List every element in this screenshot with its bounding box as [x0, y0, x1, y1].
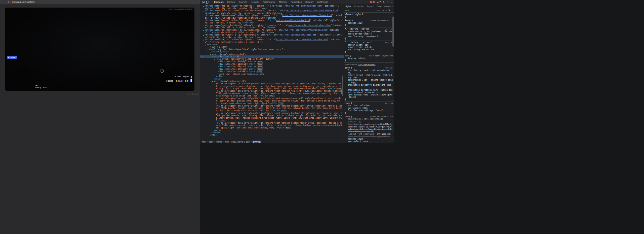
tab-security[interactable]: Security — [304, 0, 315, 4]
tab-elements[interactable]: Elements — [212, 0, 225, 4]
flex-badge[interactable]: flex — [285, 127, 291, 129]
more-menu-icon[interactable]: ⋮ — [386, 1, 389, 4]
dom-line[interactable]: </div> — [200, 78, 344, 80]
breadcrumb-item[interactable]: body — [208, 141, 214, 143]
css-declaration[interactable]: overflow: ▶hidden !important; — [345, 143, 393, 143]
tab-performance[interactable]: Performance — [261, 0, 277, 4]
flex-badge[interactable]: flex — [269, 95, 275, 97]
rule-selector[interactable]: *, ::before, ::after { — [345, 41, 372, 44]
tab-layout[interactable]: Layout — [366, 4, 375, 8]
device-toolbar-icon[interactable] — [206, 1, 209, 3]
stylesheet-link[interactable]: <style> — [385, 41, 393, 44]
dom-line[interactable]: <div class="css-16gmj06"></div>flex — [200, 63, 344, 65]
more-tabs-icon[interactable]: » — [392, 5, 393, 7]
flex-badge[interactable]: flex — [220, 120, 226, 122]
dom-line[interactable]: </div> — [200, 129, 344, 132]
tab-memory[interactable]: Memory — [277, 0, 289, 4]
dom-line[interactable]: ▼#document — [200, 44, 344, 46]
expand-icon[interactable]: ▶ — [202, 15, 205, 17]
site-info-icon[interactable] — [8, 1, 10, 3]
css-declaration[interactable]: border-style: solid; — [345, 46, 393, 49]
settings-icon[interactable]: ⚙ — [382, 1, 385, 4]
css-declaration[interactable]: display: block; — [345, 57, 393, 60]
css-declaration[interactable]: position: relative; — [345, 105, 393, 107]
rule-selector[interactable]: body { — [345, 102, 352, 105]
inherited-target-link[interactable]: body.chakra-ui-dark — [358, 63, 376, 65]
dom-line[interactable]: <div class="css-na8a98"></div>flex — [200, 71, 344, 73]
dom-line[interactable]: ▼<div style="visibility: visible; height… — [200, 58, 344, 60]
rule-selector[interactable]: body { — [345, 67, 352, 69]
url-text[interactable]: nui://game/ui/root.html — [12, 1, 34, 3]
dom-line[interactable]: <ul role="region" aria-live="polite" id=… — [200, 105, 344, 112]
css-declaration[interactable]: margin: ▶0; — [345, 121, 393, 123]
flex-badge[interactable]: flex — [256, 71, 262, 73]
dom-line[interactable]: ▼<html lang="en" data-theme="dark" style… — [200, 48, 344, 51]
css-declaration[interactable]: transition-property: background-color; — [345, 84, 393, 89]
inspect-icon[interactable] — [202, 1, 205, 3]
dom-line[interactable]: <!DOCTYPE html> — [200, 46, 344, 48]
expand-icon[interactable]: ▶ — [202, 29, 205, 32]
toggle-hov[interactable]: :hov — [376, 9, 380, 12]
css-declaration[interactable]: height: 100%; — [345, 22, 393, 24]
css-declaration[interactable]: transition-duration: var(--chakra-transi… — [345, 89, 393, 94]
expand-value-icon[interactable]: ▶ — [362, 79, 363, 81]
expand-value-icon[interactable]: ▶ — [360, 143, 361, 143]
stylesheet-link[interactable]: <style> — [385, 102, 393, 105]
css-declaration[interactable]: overflow-wrap: break-word; — [345, 35, 393, 38]
dom-line[interactable]: <ul role="region" aria-live="polite" id=… — [200, 112, 344, 122]
css-declaration[interactable]: min-height: 100%; — [345, 107, 393, 110]
dom-line[interactable]: </div> — [200, 75, 344, 78]
dom-line[interactable]: <div class="css-1sqb3y3"></div>flex — [200, 60, 344, 63]
flex-badge[interactable]: flex — [281, 110, 287, 112]
css-declaration[interactable]: font-family: var(--chakra-fonts-body); — [345, 69, 393, 74]
garage-button[interactable]: Garage — [7, 56, 17, 59]
toggle-cls[interactable]: .cls — [381, 9, 384, 12]
dom-line[interactable]: ▼<div class="chakra-portal"> — [200, 80, 344, 83]
css-declaration[interactable]: border-color: var(--chakra-colors-chakra… — [345, 30, 393, 35]
css-declaration[interactable]: background: ▶none !important; — [345, 118, 393, 121]
tab-application[interactable]: Application — [289, 0, 304, 4]
stylesheet-link[interactable]: <style> — [385, 28, 393, 30]
dom-line[interactable]: <ul role="region" aria-live="polite" id=… — [200, 122, 344, 129]
css-declaration[interactable]: color: var(--chakra-colors-chakra-body-t… — [345, 74, 393, 79]
dom-line[interactable]: ▶<head>…</head> — [200, 51, 344, 53]
dom-line-selected[interactable]: ···▼<div id="root"> == $0 — [200, 55, 344, 58]
stylesheet-link[interactable]: user agent stylesheet — [369, 55, 393, 57]
rule-selector[interactable]: body { — [345, 116, 352, 118]
breadcrumb-item[interactable]: div#root — [252, 141, 261, 143]
stylesheet-link[interactable]: index.4dceb67f.css:1 — [370, 19, 393, 22]
flex-badge[interactable]: flex — [336, 88, 342, 90]
css-declaration[interactable]: border-width: 0px; — [345, 44, 393, 46]
expand-icon[interactable]: ▶ — [202, 34, 205, 37]
css-declaration[interactable]: background: ▶var(--chakra-colors-chakra-… — [345, 79, 393, 84]
expand-icon[interactable]: ▶ — [202, 10, 205, 12]
dom-line[interactable]: <ul role="region" aria-live="polite" id=… — [200, 83, 344, 90]
expand-icon[interactable]: ▶ — [202, 5, 205, 8]
dom-line[interactable]: ▼<body class="chakra-ui-dark"> — [200, 53, 344, 56]
filter-input[interactable] — [345, 9, 375, 12]
console-errors[interactable]: × 49 — [370, 1, 375, 3]
scrollbar-thumb[interactable] — [342, 76, 343, 96]
scrollbar-thumb[interactable] — [392, 16, 394, 47]
css-declaration[interactable]: font-feature-settings: "kern"; — [345, 109, 393, 112]
rule-selector[interactable]: *, ::before, ::after { — [345, 28, 372, 30]
expand-value-icon[interactable]: ▶ — [362, 118, 363, 120]
dom-line[interactable]: ▶<iframe name="qs-videos" allow="microph… — [200, 34, 344, 39]
dom-line[interactable]: ▶<iframe name="frp-ui" allow="microphone… — [200, 5, 344, 10]
flex-badge[interactable]: flex — [257, 61, 263, 63]
dom-line[interactable]: ▶<iframe name="xsound" allow="microphone… — [200, 19, 344, 24]
dom-line[interactable]: <ul role="region" aria-live="polite" id=… — [200, 90, 344, 97]
dom-line[interactable]: ▶<iframe name="interact-sound" allow="mi… — [200, 10, 344, 14]
css-declaration[interactable]: line-height: var(--chakra-lineHeights-ba… — [345, 94, 393, 98]
toggle-[interactable]: + — [385, 9, 387, 12]
dom-line[interactable]: ▶<iframe name="qs-smartphone" allow="mic… — [200, 29, 344, 34]
css-declaration[interactable]: height: 100vh; — [345, 138, 393, 140]
tab-lighthouse[interactable]: Lighthouse — [315, 0, 330, 4]
flex-badge[interactable]: flex — [257, 63, 263, 65]
dom-line[interactable]: <div class="css-18gxop6"></div>flex — [200, 65, 344, 68]
stylesheet-link[interactable]: index.4dceb67f.css:1 — [370, 116, 393, 118]
rule-selector[interactable]: div { — [345, 55, 351, 57]
dom-line[interactable]: <span id="__chakra_env" hidden></span> — [200, 73, 344, 76]
rule-selector[interactable]: #root { — [345, 19, 353, 22]
tab-computed[interactable]: Computed — [353, 4, 366, 8]
